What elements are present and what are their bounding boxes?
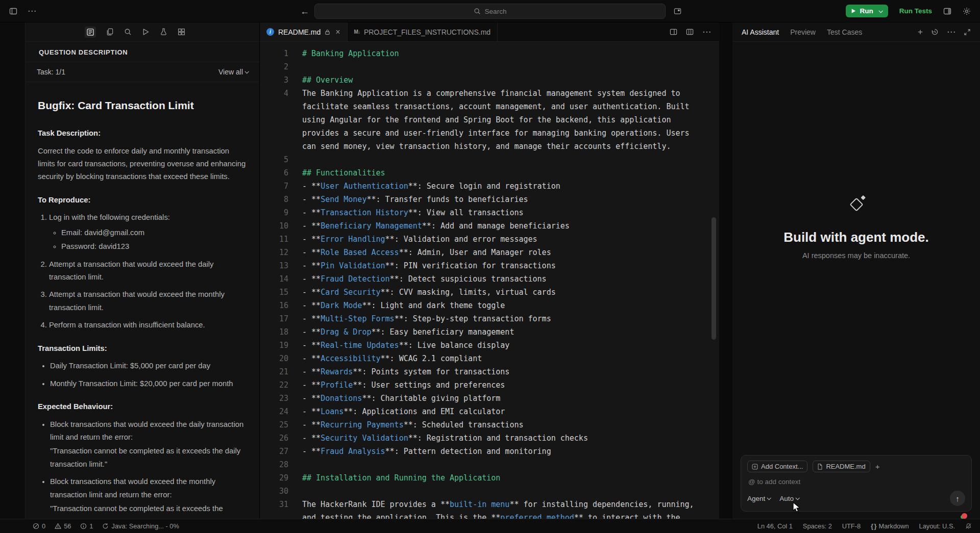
- editor-line[interactable]: 29## Installation and Running the Applic…: [260, 471, 719, 485]
- editor-line[interactable]: 5: [260, 153, 719, 166]
- editor-line[interactable]: 10- **Beneficiary Management**: Add and …: [260, 219, 719, 233]
- language-mode[interactable]: { } Markdown: [871, 522, 909, 530]
- line-number: 13: [260, 259, 288, 272]
- add-file-icon[interactable]: +: [875, 462, 880, 471]
- list-item: Block transactions that would exceed the…: [50, 475, 246, 515]
- extensions-panel-icon[interactable]: [178, 28, 185, 36]
- chat-composer[interactable]: Add Context... README.md + @ to add cont…: [741, 455, 972, 512]
- model-dropdown[interactable]: Auto: [779, 495, 799, 502]
- editor-line[interactable]: 6## Functionalities: [260, 166, 719, 180]
- new-chat-icon[interactable]: +: [918, 28, 923, 36]
- task-counter: Task: 1/1: [37, 68, 65, 76]
- lock-icon: [325, 29, 330, 35]
- layout-icon[interactable]: [674, 7, 681, 15]
- close-icon[interactable]: ×: [335, 28, 340, 36]
- editor-line[interactable]: 19- **Real-time Updates**: Live balance …: [260, 339, 719, 352]
- gear-icon[interactable]: [963, 7, 971, 15]
- editor-line[interactable]: 16- **Dark Mode**: Light and dark theme …: [260, 299, 719, 312]
- split-editor-icon[interactable]: [670, 28, 677, 36]
- context-file-chip[interactable]: README.md: [813, 461, 870, 472]
- add-context-button[interactable]: Add Context...: [747, 461, 807, 472]
- send-button[interactable]: ↑: [950, 491, 965, 506]
- editor-line[interactable]: 12- **Role Based Access**: Admin, User a…: [260, 246, 719, 259]
- test-panel-icon[interactable]: [160, 28, 167, 36]
- line-number: 21: [260, 365, 288, 378]
- editor-line[interactable]: 24- **Loans**: Applications and EMI calc…: [260, 405, 719, 418]
- tab-ai-assistant[interactable]: AI Assistant: [742, 28, 779, 36]
- view-all-button[interactable]: View all: [218, 68, 248, 76]
- cursor-position[interactable]: Ln 46, Col 1: [757, 522, 793, 530]
- section-label: Transaction Limits:: [38, 342, 246, 355]
- editor-line[interactable]: 26- **Security Validation**: Registratio…: [260, 432, 719, 445]
- tab-preview[interactable]: Preview: [790, 28, 816, 36]
- editor-line[interactable]: 28: [260, 458, 719, 471]
- editor-line[interactable]: 21- **Rewards**: Points system for trans…: [260, 365, 719, 378]
- editor-line[interactable]: 25- **Recurring Payments**: Scheduled tr…: [260, 418, 719, 432]
- search-input[interactable]: Search: [314, 4, 666, 19]
- editor-line[interactable]: 27- **Fraud Analysis**: Pattern detectio…: [260, 445, 719, 458]
- tab-readme[interactable]: i README.md ×: [260, 22, 348, 41]
- tab-project-files-instructions[interactable]: M↓ PROJECT_FILES_INSTRUCTIONS.md: [348, 22, 498, 41]
- run-tests-button[interactable]: Run Tests: [899, 7, 932, 15]
- panel-toggle-icon[interactable]: [943, 7, 951, 15]
- editor-line[interactable]: 11- **Error Handling**: Validation and e…: [260, 233, 719, 246]
- list-item: Attempt a transaction that would exceed …: [49, 258, 246, 284]
- editor-line[interactable]: 18- **Drag & Drop**: Easy beneficiary ma…: [260, 325, 719, 339]
- error-icon: [33, 523, 39, 529]
- more-icon[interactable]: ⋯: [702, 28, 711, 36]
- editor-line[interactable]: 23- **Donations**: Charitable giving pla…: [260, 392, 719, 405]
- editor-line[interactable]: 1# Banking Application: [260, 47, 719, 60]
- files-panel-icon[interactable]: [106, 28, 114, 36]
- problems-errors[interactable]: 0: [33, 522, 45, 530]
- editor-line[interactable]: 17- **Multi-Step Forms**: Step-by-step t…: [260, 312, 719, 325]
- indentation[interactable]: Spaces: 2: [803, 522, 832, 530]
- notification-dot[interactable]: [962, 513, 967, 519]
- bell-slash-icon[interactable]: [965, 523, 972, 529]
- editor-line[interactable]: 2: [260, 60, 719, 73]
- chevron-down-icon: [244, 69, 249, 73]
- problems-warnings[interactable]: 56: [55, 522, 71, 530]
- editor-line[interactable]: 30: [260, 485, 719, 498]
- language-server-status[interactable]: Java: Searching... - 0%: [102, 522, 179, 530]
- send-icon: ↑: [955, 494, 960, 503]
- history-icon[interactable]: [931, 28, 939, 36]
- editor-line[interactable]: 15- **Card Security**: CVV masking, limi…: [260, 286, 719, 299]
- editor-scrollbar[interactable]: [712, 217, 716, 340]
- columns-icon[interactable]: [686, 28, 694, 36]
- editor-line[interactable]: 9- **Transaction History**: View all tra…: [260, 206, 719, 219]
- line-number: 29: [260, 471, 288, 485]
- line-number: 12: [260, 246, 288, 259]
- editor-line[interactable]: 4The Banking Application is a comprehens…: [260, 87, 719, 153]
- back-icon[interactable]: ←: [300, 6, 309, 16]
- editor-line[interactable]: 20- **Accessibility**: WCAG 2.1 complian…: [260, 352, 719, 365]
- line-number: 25: [260, 418, 288, 432]
- editor-line[interactable]: 22- **Profile**: User settings and prefe…: [260, 378, 719, 392]
- tab-test-cases[interactable]: Test Cases: [827, 28, 862, 36]
- section-label: Task Description:: [38, 127, 246, 140]
- problems-info[interactable]: 1: [80, 522, 93, 530]
- editor-line[interactable]: 8- **Send Money**: Transfer funds to ben…: [260, 193, 719, 206]
- more-icon[interactable]: ⋯: [947, 28, 955, 36]
- run-debug-panel-icon[interactable]: [142, 28, 150, 36]
- window-layout-icon[interactable]: [9, 7, 17, 15]
- editor-line[interactable]: 7- **User Authentication**: Secure login…: [260, 180, 719, 193]
- editor-line[interactable]: 14- **Fraud Detection**: Detect suspicio…: [260, 272, 719, 286]
- more-icon[interactable]: ⋯: [28, 7, 36, 15]
- add-context-icon: [752, 464, 758, 470]
- section-label: To Reproduce:: [38, 194, 246, 207]
- editor-line[interactable]: 31The HackerRank IDE provides a **built-…: [260, 498, 719, 519]
- keyboard-layout[interactable]: Layout: U.S.: [919, 522, 955, 530]
- description-text: Correct the code to enforce daily and mo…: [38, 145, 246, 184]
- ai-panel-tabs: AI Assistant Preview Test Cases + ⋯: [732, 22, 980, 42]
- search-panel-icon[interactable]: [124, 28, 132, 36]
- expand-icon[interactable]: [964, 29, 971, 36]
- editor-line[interactable]: 3## Overview: [260, 73, 719, 87]
- line-number: 5: [260, 153, 288, 166]
- code-editor[interactable]: 1# Banking Application2 3## Overview4The…: [260, 42, 719, 519]
- run-button[interactable]: Run: [846, 5, 888, 17]
- editor-line[interactable]: 13- **Pin Validation**: PIN verification…: [260, 259, 719, 272]
- agent-mode-dropdown[interactable]: Agent: [747, 495, 770, 502]
- description-panel-icon[interactable]: [85, 27, 96, 38]
- encoding[interactable]: UTF-8: [842, 522, 861, 530]
- bullet-list: Block transactions that would exceed the…: [38, 418, 246, 516]
